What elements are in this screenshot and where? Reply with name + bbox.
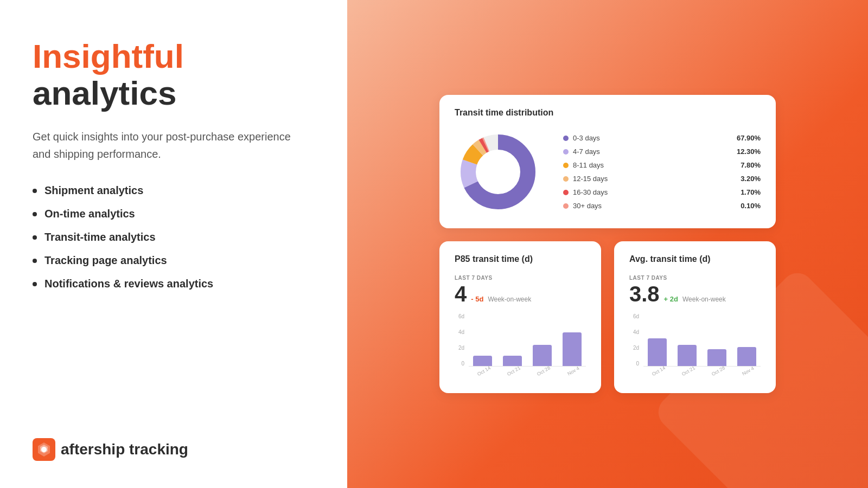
- avg-card: Avg. transit time (d) LAST 7 DAYS 3.8 + …: [614, 241, 776, 393]
- legend-item: 30+ days 0.10%: [563, 202, 761, 210]
- bottom-row: P85 transit time (d) LAST 7 DAYS 4 - 5d …: [439, 241, 776, 393]
- donut-chart: [455, 129, 541, 215]
- legend-pct: 67.90%: [733, 134, 761, 142]
- donut-row: 0-3 days 67.90% 4-7 days 12.30% 8-11 day…: [455, 129, 761, 215]
- bullet-dot: [33, 189, 37, 193]
- avg-period: LAST 7 DAYS: [629, 275, 761, 281]
- bullet-item: On-time analytics: [33, 208, 315, 220]
- y-axis-labels: 6d4d2d0: [629, 313, 641, 367]
- legend-pct: 7.80%: [733, 161, 761, 169]
- legend-dot: [563, 149, 569, 155]
- bar-col: [733, 313, 761, 366]
- p85-bar-chart: 6d4d2d0Oct 14Oct 21Oct 28Nov 4: [455, 313, 586, 378]
- bullet-item: Shipment analytics: [33, 184, 315, 197]
- legend-label: 8-11 days: [573, 161, 604, 169]
- bullet-dot: [33, 235, 37, 240]
- legend-item: 16-30 days 1.70%: [563, 188, 761, 196]
- bar-col: [703, 313, 731, 366]
- donut-card-title: Transit time distribution: [455, 108, 761, 118]
- x-axis-labels: Oct 14Oct 21Oct 28Nov 4: [469, 369, 586, 374]
- bar-fill: [533, 345, 552, 366]
- avg-value: 3.8: [629, 283, 660, 305]
- avg-change: + 2d: [664, 295, 678, 303]
- svg-point-1: [41, 447, 47, 452]
- p85-card: P85 transit time (d) LAST 7 DAYS 4 - 5d …: [439, 241, 601, 393]
- bullet-item: Tracking page analytics: [33, 254, 315, 267]
- bar-fill: [737, 347, 757, 366]
- left-panel: Insightful analytics Get quick insights …: [0, 0, 347, 488]
- legend-item: 4-7 days 12.30%: [563, 147, 761, 156]
- p85-metric-row: 4 - 5d Week-on-week: [455, 283, 586, 305]
- legend-label: 30+ days: [573, 202, 602, 210]
- right-panel: Transit time distribution: [347, 0, 868, 488]
- bullet-item: Notifications & reviews analytics: [33, 278, 315, 290]
- bullet-dot: [33, 259, 37, 263]
- bullet-dot: [33, 282, 37, 286]
- legend-pct: 1.70%: [733, 188, 761, 196]
- bars-area: [643, 313, 761, 367]
- bar-fill: [648, 338, 667, 366]
- bar-col: [558, 313, 586, 366]
- bar-fill: [707, 349, 727, 366]
- bar-fill: [563, 332, 582, 366]
- p85-value: 4: [455, 283, 467, 305]
- avg-metric-row: 3.8 + 2d Week-on-week: [629, 283, 761, 305]
- legend-pct: 3.20%: [733, 175, 761, 183]
- legend-dot: [563, 136, 569, 141]
- svg-point-9: [476, 150, 520, 194]
- avg-title: Avg. transit time (d): [629, 254, 761, 264]
- legend-dot: [563, 176, 569, 182]
- bar-col: [643, 313, 671, 366]
- p85-change-label: Week-on-week: [488, 296, 531, 303]
- legend-item: 0-3 days 67.90%: [563, 134, 761, 142]
- bar-fill: [678, 345, 697, 366]
- bar-col: [499, 313, 526, 366]
- x-axis-labels: Oct 14Oct 21Oct 28Nov 4: [643, 369, 761, 374]
- bar-col: [469, 313, 496, 366]
- legend-item: 12-15 days 3.20%: [563, 175, 761, 183]
- legend-dot: [563, 203, 569, 209]
- legend-label: 12-15 days: [573, 175, 608, 183]
- avg-change-label: Week-on-week: [682, 296, 726, 303]
- bullet-item: Transit-time analytics: [33, 231, 315, 243]
- bar-col: [673, 313, 701, 366]
- legend-pct: 12.30%: [733, 147, 761, 156]
- logo-text: aftership tracking: [61, 441, 188, 458]
- y-axis-labels: 6d4d2d0: [455, 313, 467, 367]
- legend-label: 4-7 days: [573, 147, 600, 156]
- legend-label: 16-30 days: [573, 188, 608, 196]
- feature-list: Shipment analyticsOn-time analyticsTrans…: [33, 184, 315, 290]
- p85-period: LAST 7 DAYS: [455, 275, 586, 281]
- legend-dot: [563, 190, 569, 195]
- legend-item: 8-11 days 7.80%: [563, 161, 761, 169]
- logo-area: aftership tracking: [33, 438, 315, 461]
- left-content: Insightful analytics Get quick insights …: [33, 38, 315, 416]
- headline-orange: Insightful: [33, 38, 315, 75]
- legend-label: 0-3 days: [573, 134, 600, 142]
- headline-dark: analytics: [33, 75, 315, 112]
- subtitle: Get quick insights into your post-purcha…: [33, 128, 293, 163]
- legend-pct: 0.10%: [733, 202, 761, 210]
- bullet-dot: [33, 212, 37, 216]
- bars-area: [469, 313, 586, 367]
- donut-legend: 0-3 days 67.90% 4-7 days 12.30% 8-11 day…: [563, 134, 761, 210]
- p85-title: P85 transit time (d): [455, 254, 586, 264]
- legend-dot: [563, 163, 569, 168]
- bar-col: [528, 313, 556, 366]
- avg-bar-chart: 6d4d2d0Oct 14Oct 21Oct 28Nov 4: [629, 313, 761, 378]
- p85-change: - 5d: [471, 295, 483, 303]
- donut-card: Transit time distribution: [439, 95, 776, 228]
- aftership-icon: [33, 438, 55, 461]
